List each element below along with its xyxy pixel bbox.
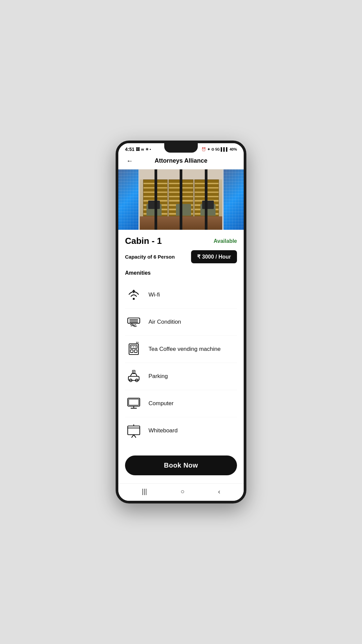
- amenities-title: Amenities: [125, 270, 237, 276]
- whiteboard-icon: [125, 422, 142, 439]
- svg-rect-12: [134, 350, 137, 353]
- amenity-computer: Computer: [125, 390, 237, 417]
- vending-label: Tea Coffee vending machine: [148, 346, 221, 353]
- ac-icon: [125, 313, 142, 331]
- parking-label: Parking: [148, 373, 168, 380]
- gallery-icon: 🖼: [136, 147, 140, 152]
- signal-icon: 5G: [215, 148, 220, 151]
- back-button[interactable]: ←: [125, 156, 134, 166]
- main-content: Cabin - 1 Available Capacity of 6 Person…: [118, 230, 244, 450]
- nav-back-icon[interactable]: ‹: [218, 488, 220, 495]
- bars-icon: ▌▌▌: [221, 147, 229, 151]
- wifi-icon: [125, 286, 142, 304]
- amenity-wifi: Wi-fi: [125, 281, 237, 309]
- svg-rect-11: [130, 350, 133, 353]
- battery-icon: 40%: [230, 147, 237, 151]
- page-title: Attorneys Alliance: [155, 157, 207, 164]
- cabin-title: Cabin - 1: [125, 236, 162, 246]
- monitor-right: [202, 201, 214, 209]
- svg-rect-22: [128, 426, 140, 435]
- availability-badge: Available: [214, 238, 237, 244]
- ac-label: Air Condition: [148, 319, 181, 325]
- amenity-ac: Air Condition: [125, 309, 237, 336]
- status-left: 4:51 🖼 w ✳ •: [125, 147, 151, 152]
- nav-home-icon[interactable]: ○: [180, 488, 184, 495]
- svg-rect-13: [128, 376, 139, 380]
- pillar-center: [180, 169, 182, 230]
- bluetooth-icon: ✦: [207, 147, 210, 152]
- wifi-label: Wi-fi: [148, 291, 160, 298]
- cabin-header: Cabin - 1 Available: [125, 236, 237, 246]
- price-badge: ₹ 3000 / Hour: [191, 250, 237, 263]
- alarm-icon: ⏰: [201, 147, 206, 152]
- computer-icon: [125, 395, 142, 412]
- svg-line-24: [132, 435, 134, 437]
- computer-label: Computer: [148, 400, 174, 407]
- amenity-parking: P Parking: [125, 363, 237, 390]
- gallery-side-left: [118, 169, 138, 230]
- phone-frame: 4:51 🖼 w ✳ • ⏰ ✦ ⊙ 5G ▌▌▌ 40% ← Attorney…: [116, 141, 246, 503]
- asterisk-icon: ✳: [145, 147, 148, 152]
- capacity-row: Capacity of 6 Person ₹ 3000 / Hour: [125, 250, 237, 263]
- w-icon: w: [141, 147, 144, 151]
- svg-rect-19: [129, 399, 139, 405]
- amenity-vending: Tea Coffee vending machine: [125, 336, 237, 363]
- status-time: 4:51: [125, 147, 134, 152]
- gallery-side-right: [224, 169, 244, 230]
- nav-menu-icon[interactable]: |||: [142, 488, 147, 495]
- svg-point-9: [133, 346, 134, 347]
- svg-point-10: [135, 346, 136, 347]
- location-icon: ⊙: [211, 147, 214, 152]
- nav-bar: ||| ○ ‹: [118, 483, 244, 501]
- svg-point-0: [133, 298, 135, 300]
- svg-line-25: [134, 435, 136, 437]
- capacity-text: Capacity of 6 Person: [125, 254, 175, 260]
- book-btn-container: Book Now: [118, 450, 244, 483]
- vending-icon: [125, 340, 142, 358]
- whiteboard-label: Whiteboard: [148, 427, 178, 434]
- notch: [164, 143, 198, 153]
- gallery-main-image: [140, 169, 222, 230]
- amenity-list: Wi-fi Air Con: [125, 281, 237, 444]
- svg-point-8: [131, 346, 132, 347]
- monitor-left: [148, 201, 160, 209]
- app-header: ← Attorneys Alliance: [118, 154, 244, 169]
- dot-icon: •: [150, 147, 151, 151]
- book-now-button[interactable]: Book Now: [125, 455, 237, 475]
- pillar-left: [155, 169, 157, 230]
- pillar-right: [205, 169, 207, 230]
- image-gallery[interactable]: [118, 169, 244, 230]
- amenity-whiteboard: Whiteboard: [125, 417, 237, 444]
- parking-icon: P: [125, 368, 142, 385]
- chair-center: [176, 204, 191, 216]
- status-icons: ⏰ ✦ ⊙ 5G ▌▌▌ 40%: [201, 147, 237, 152]
- svg-text:P: P: [133, 371, 135, 373]
